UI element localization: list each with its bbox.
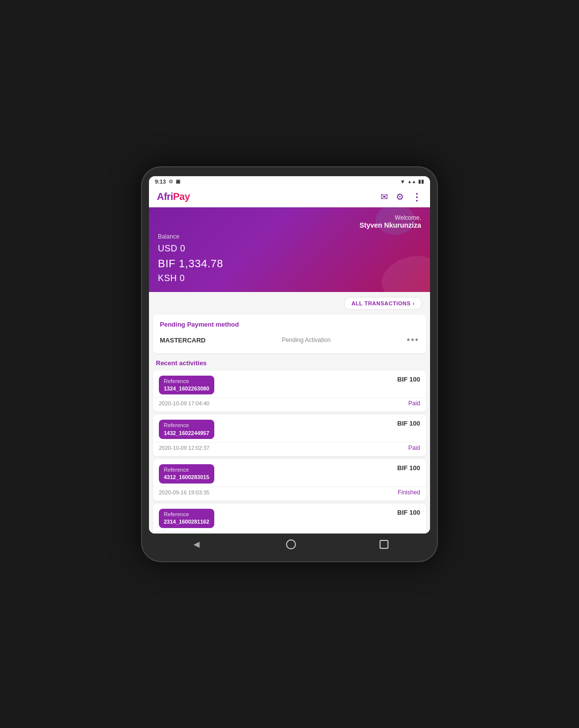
ref-label-2: Reference — [164, 422, 209, 429]
home-button[interactable] — [286, 539, 296, 549]
status-time: 9:13 — [155, 179, 166, 185]
payment-method-name: MASTERCARD — [160, 337, 205, 344]
ref-id-3: 4312_1600283015 — [164, 474, 209, 481]
activity-date-3: 2020-09-16 19:03:35 — [159, 489, 209, 495]
logo-pay: Pay — [173, 191, 190, 202]
logo-afri: Afri — [157, 191, 173, 202]
app-logo: AfriPay — [157, 191, 190, 202]
ref-id-2: 1432_1602244957 — [164, 430, 209, 437]
activity-item-3[interactable]: Reference 4312_1600283015 BIF 100 2020-0… — [153, 459, 426, 501]
ref-label-1: Reference — [164, 378, 209, 385]
ref-id-1: 1324_1602263080 — [164, 385, 209, 392]
activity-amount-3: BIF 100 — [397, 464, 420, 472]
device-frame: 9:13 ⊙ ▣ ▼ ▲▲ ▮▮ AfriPay ✉ ⚙ ⋮ W — [141, 166, 438, 562]
welcome-text: Welcome, Styven Nkurunziza — [158, 214, 421, 229]
activities-section: Recent activities Reference 1324_1602263… — [153, 357, 426, 534]
ksh-balance: KSH 0 — [158, 272, 421, 285]
ref-label-3: Reference — [164, 466, 209, 474]
activity-top-4: Reference 2314_1600281162 BIF 100 — [153, 504, 426, 531]
activity-top-3: Reference 4312_1600283015 BIF 100 — [153, 459, 426, 486]
activity-top-1: Reference 1324_1602263080 BIF 100 — [153, 371, 426, 398]
activities-title: Recent activities — [153, 357, 426, 371]
recents-button[interactable] — [380, 540, 388, 549]
wifi-icon: ▼ — [400, 179, 405, 185]
device-nav: ◀ — [149, 534, 430, 552]
activity-status-3: Finished — [398, 489, 420, 496]
activity-date-2: 2020-10-09 12:02:37 — [159, 445, 209, 451]
settings-icon[interactable]: ⚙ — [396, 192, 404, 202]
bif-balance: BIF 1,334.78 — [158, 255, 421, 272]
activity-ref-3: Reference 4312_1600283015 — [159, 464, 214, 484]
activity-bottom-1: 2020-10-09 17:04:40 Paid — [153, 397, 426, 412]
activity-amount-1: BIF 100 — [397, 376, 420, 383]
pending-payment-card: Pending Payment method MASTERCARD Pendin… — [153, 315, 426, 353]
activity-status-2: Paid — [408, 444, 420, 451]
screenshot-icon: ▣ — [176, 179, 180, 184]
balance-banner: Welcome, Styven Nkurunziza Balance USD 0… — [149, 207, 430, 292]
notification-icon: ⊙ — [169, 179, 173, 184]
activity-amount-2: BIF 100 — [397, 420, 420, 427]
device-screen: 9:13 ⊙ ▣ ▼ ▲▲ ▮▮ AfriPay ✉ ⚙ ⋮ W — [149, 176, 430, 534]
balance-label: Balance — [158, 233, 421, 240]
activity-status-1: Paid — [408, 400, 420, 407]
pending-section-title: Pending Payment method — [160, 321, 419, 328]
signal-icon: ▲▲ — [407, 179, 416, 184]
activity-top-2: Reference 1432_1602244957 BIF 100 — [153, 415, 426, 442]
all-transactions-label: ALL TRANSACTIONS — [351, 300, 411, 306]
activity-ref-2: Reference 1432_1602244957 — [159, 420, 214, 439]
activity-item-1[interactable]: Reference 1324_1602263080 BIF 100 2020-1… — [153, 371, 426, 412]
more-icon[interactable]: ⋮ — [412, 191, 422, 203]
usd-balance: USD 0 — [158, 242, 421, 255]
status-bar: 9:13 ⊙ ▣ ▼ ▲▲ ▮▮ — [149, 176, 430, 187]
activity-ref-1: Reference 1324_1602263080 — [159, 376, 214, 395]
ref-id-4: 2314_1600281162 — [164, 518, 209, 526]
app-bar-icons: ✉ ⚙ ⋮ — [381, 191, 422, 203]
all-transactions-button[interactable]: ALL TRANSACTIONS › — [344, 297, 422, 310]
activity-amount-4: BIF 100 — [397, 509, 420, 516]
activity-bottom-2: 2020-10-09 12:02:37 Paid — [153, 442, 426, 456]
transactions-bar: ALL TRANSACTIONS › — [149, 292, 430, 315]
payment-method-row: MASTERCARD Pending Activation ••• — [160, 333, 419, 347]
chevron-right-icon: › — [413, 300, 415, 306]
activity-bottom-3: 2020-09-16 19:03:35 Finished — [153, 486, 426, 501]
activity-item-4[interactable]: Reference 2314_1600281162 BIF 100 2020-0… — [153, 504, 426, 534]
activity-ref-4: Reference 2314_1600281162 — [159, 509, 214, 528]
welcome-label: Welcome, — [158, 214, 421, 221]
back-button[interactable]: ◀ — [191, 538, 202, 550]
app-bar: AfriPay ✉ ⚙ ⋮ — [149, 187, 430, 207]
activity-item-2[interactable]: Reference 1432_1602244957 BIF 100 2020-1… — [153, 415, 426, 456]
payment-more-button[interactable]: ••• — [407, 335, 419, 345]
user-name: Styven Nkurunziza — [158, 221, 421, 229]
mail-icon[interactable]: ✉ — [381, 192, 388, 202]
activity-date-1: 2020-10-09 17:04:40 — [159, 400, 209, 406]
payment-method-status: Pending Activation — [205, 337, 407, 343]
content-scroll: ALL TRANSACTIONS › Pending Payment metho… — [149, 292, 430, 534]
ref-label-4: Reference — [164, 511, 209, 518]
battery-icon: ▮▮ — [418, 179, 424, 184]
